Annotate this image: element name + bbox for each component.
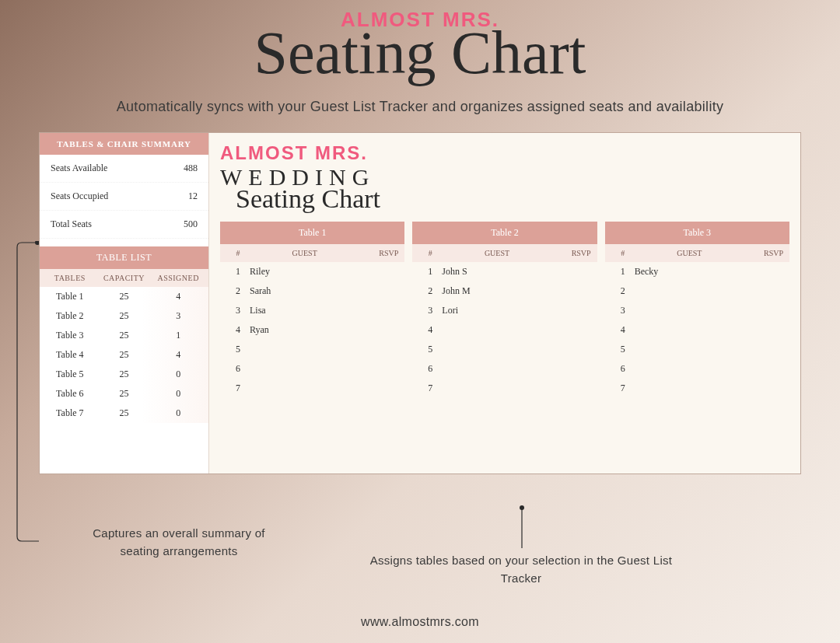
summary-row: Total Seats 500: [40, 211, 208, 239]
table-heading: Table 1: [220, 222, 404, 244]
sidebar: TABLES & CHAIR SUMMARY Seats Available 4…: [40, 133, 209, 474]
table-row: 5: [220, 340, 404, 359]
tablelist-row: Table 2253: [40, 306, 208, 326]
summary-row: Seats Occupied 12: [40, 183, 208, 211]
table-row: 7: [412, 379, 597, 398]
table-row: 5: [412, 340, 597, 359]
tablelist-row: Table 1254: [40, 287, 208, 306]
table-heading: Table 3: [605, 222, 789, 244]
table-row: 1Becky: [605, 262, 789, 281]
main-title-script: Seating Chart: [236, 184, 789, 214]
footer-url: www.almostmrs.com: [0, 615, 840, 629]
tablelist-row: Table 7250: [40, 404, 208, 423]
table-row: 7: [605, 379, 789, 398]
main-panel: ALMOST MRS. WEDDING Seating Chart Table …: [209, 133, 800, 474]
main-brand-logo: ALMOST MRS.: [220, 142, 789, 164]
summary-label: Seats Available: [51, 162, 107, 174]
subtitle: Automatically syncs with your Guest List…: [117, 99, 724, 115]
table-row: 3Lisa: [220, 301, 404, 320]
table-row: 2John M: [412, 281, 597, 301]
col-assigned: ASSIGNED: [151, 274, 205, 282]
summary-value: 500: [184, 218, 198, 230]
table-row: 2Sarah: [220, 281, 404, 301]
summary-value: 488: [184, 162, 198, 174]
caption-mid: Assigns tables based on your selection i…: [366, 552, 677, 587]
summary-label: Seats Occupied: [51, 190, 108, 202]
table-row: 5: [605, 340, 789, 359]
preview-panel: TABLES & CHAIR SUMMARY Seats Available 4…: [39, 132, 801, 474]
table-row: 3Lori: [412, 301, 597, 320]
table-row: 4: [412, 320, 597, 340]
connector-left-icon: [16, 241, 39, 552]
table-row: 6: [412, 359, 597, 379]
table-row: 1Riley: [220, 262, 404, 281]
col-capacity: CAPACITY: [97, 274, 152, 282]
tablelist-body: Table 1254Table 2253Table 3251Table 4254…: [40, 287, 208, 423]
col-tables: TABLES: [43, 274, 97, 282]
table-row: 4Ryan: [220, 320, 404, 340]
table-heading: Table 2: [412, 222, 597, 244]
tablelist-row: Table 3251: [40, 326, 208, 345]
table-subheader: #GUESTRSVP: [412, 244, 597, 262]
table-row: 6: [605, 359, 789, 379]
table-row: 1John S: [412, 262, 597, 281]
summary-value: 12: [188, 190, 198, 202]
tablelist-row: Table 5250: [40, 365, 208, 384]
tablelist-row: Table 6250: [40, 384, 208, 404]
table-row: 4: [605, 320, 789, 340]
caption-left: Captures an overall summary of seating a…: [86, 525, 272, 560]
summary-row: Seats Available 488: [40, 155, 208, 183]
tablelist-row: Table 4254: [40, 345, 208, 365]
table-row: 7: [220, 379, 404, 398]
table-subheader: #GUESTRSVP: [605, 244, 789, 262]
table-column: Table 1#GUESTRSVP1Riley2Sarah3Lisa4Ryan5…: [220, 222, 404, 398]
connector-mid-icon: [518, 505, 526, 548]
tablelist-columns: TABLES CAPACITY ASSIGNED: [40, 269, 208, 287]
table-column: Table 2#GUESTRSVP1John S2John M3Lori4567: [412, 222, 597, 398]
tables-wrap: Table 1#GUESTRSVP1Riley2Sarah3Lisa4Ryan5…: [220, 222, 789, 398]
page-title: Seating Chart: [254, 29, 586, 77]
summary-label: Total Seats: [51, 218, 92, 230]
table-column: Table 3#GUESTRSVP1Becky234567: [605, 222, 789, 398]
tablelist-heading: TABLE LIST: [40, 246, 208, 269]
table-row: 2: [605, 281, 789, 301]
table-subheader: #GUESTRSVP: [220, 244, 404, 262]
table-row: 6: [220, 359, 404, 379]
summary-heading: TABLES & CHAIR SUMMARY: [40, 133, 208, 155]
table-row: 3: [605, 301, 789, 320]
